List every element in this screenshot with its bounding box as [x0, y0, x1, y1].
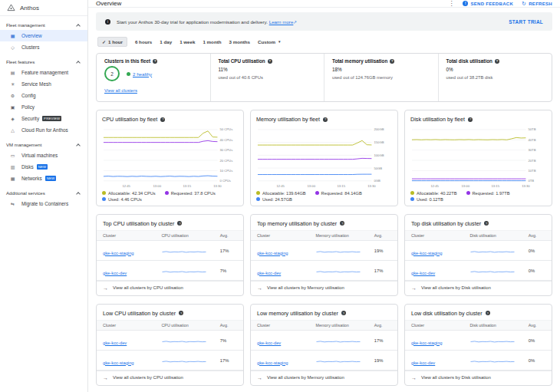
sidebar-item-security[interactable]: ◈ Security PREVIEW [0, 113, 87, 124]
sidebar-item-policy[interactable]: ▣ Policy [0, 101, 87, 113]
sidebar-item-config[interactable]: ⚙ Config [0, 90, 87, 101]
view-all-by-disk-link[interactable]: → View all clusters by Disk utilisation [405, 371, 552, 385]
used-legend-dot [102, 197, 106, 201]
cluster-link[interactable]: gke-kcc-dev [103, 271, 127, 275]
sidebar: Anthos Fleet management ▦ Overview ◇ Clu… [0, 0, 88, 392]
sidebar-item-overview[interactable]: ▦ Overview [0, 30, 87, 41]
section-fleet-features[interactable]: Fleet features [0, 53, 87, 67]
send-feedback-button[interactable]: ! SEND FEEDBACK [463, 1, 513, 6]
sidebar-header: Anthos [0, 0, 87, 16]
table-row: gke-kcc-dev 17% [251, 330, 397, 350]
col-header-cluster: Cluster [97, 230, 155, 240]
help-icon[interactable]: ? [323, 117, 328, 122]
help-icon[interactable]: ? [390, 59, 394, 64]
help-icon[interactable]: ? [341, 311, 346, 315]
section-vm-management[interactable]: VM management [0, 136, 87, 150]
refresh-button[interactable]: ↻ REFRESH [522, 1, 552, 7]
cluster-link[interactable]: gke-kcc-dev [411, 271, 435, 275]
dropdown-arrow-icon: ▼ [278, 40, 282, 44]
svg-text:12:45: 12:45 [276, 184, 285, 188]
cluster-link[interactable]: gke-kcc-staging [103, 251, 134, 255]
view-all-clusters-link[interactable]: View all clusters [104, 88, 137, 93]
cluster-link[interactable]: gke-kcc-staging [411, 251, 443, 255]
stat-cpu: Total CPU utilisation ? 11% used out of … [210, 54, 324, 101]
section-fleet-management[interactable]: Fleet management [0, 16, 87, 30]
help-icon[interactable]: ? [484, 221, 489, 226]
tab-6-hours[interactable]: 6 hours [135, 39, 152, 44]
cluster-link[interactable]: gke-kcc-dev [257, 341, 281, 345]
start-trial-button[interactable]: START TRIAL [509, 19, 543, 25]
time-range-filter: ✓ 1 hour 6 hours 1 day 1 week 1 month 3 … [97, 37, 551, 47]
svg-text:0 CPUs: 0 CPUs [219, 179, 231, 183]
utilisation-sparkline [469, 358, 516, 364]
legend-label: Requested: 37.8 CPUs [171, 191, 216, 196]
stat-label: Total disk utilisation [446, 58, 492, 64]
cluster-link[interactable]: gke-kcc-staging [103, 361, 134, 365]
help-icon[interactable]: ? [177, 221, 182, 226]
sidebar-item-virtual-machines[interactable]: ▭ Virtual machines [0, 150, 87, 161]
view-all-by-disk-link[interactable]: → View all clusters by Disk utilisation [405, 281, 552, 295]
help-icon[interactable]: ? [495, 59, 499, 64]
view-all-by-memory-link[interactable]: → View all clusters by Memory utilisatio… [251, 371, 397, 385]
arrow-right-icon: → [411, 285, 417, 291]
cluster-count-ring: 2 [104, 66, 120, 81]
top-utilisation-row: Top CPU utilisation by cluster? Cluster … [96, 214, 552, 296]
svg-text:20 CPUs: 20 CPUs [219, 159, 232, 163]
sidebar-item-label: Feature management [21, 70, 68, 75]
tab-1-hour[interactable]: ✓ 1 hour [97, 37, 127, 47]
healthy-clusters-link[interactable]: 2 healthy [133, 71, 152, 77]
preview-badge: PREVIEW [42, 116, 61, 121]
col-header-cluster: Cluster [251, 320, 309, 330]
svg-text:13:15: 13:15 [338, 184, 346, 188]
svg-text:12:45: 12:45 [430, 184, 439, 188]
col-header-cluster: Cluster [251, 230, 309, 240]
tab-custom[interactable]: Custom ▼ [258, 39, 282, 44]
sidebar-item-clusters[interactable]: ◇ Clusters [0, 41, 87, 53]
legend-label: Allocatable: 42.34 CPUs [108, 191, 156, 196]
help-icon[interactable]: ? [153, 59, 157, 64]
utilisation-sparkline [161, 358, 207, 364]
chevron-up-icon [76, 192, 81, 196]
cluster-link[interactable]: gke-kcc-dev [411, 361, 435, 365]
help-icon[interactable]: ? [268, 59, 272, 64]
table-row: gke-kcc-staging 17% [97, 240, 243, 260]
cluster-link[interactable]: gke-kcc-dev [257, 271, 281, 275]
view-all-by-memory-link[interactable]: → View all clusters by Memory utilisatio… [251, 281, 397, 295]
help-icon[interactable]: ? [486, 311, 490, 315]
utilisation-sparkline [161, 268, 207, 275]
help-icon[interactable]: ? [179, 311, 183, 315]
cluster-link[interactable]: gke-kcc-staging [257, 251, 288, 255]
info-icon: i [105, 19, 110, 25]
help-icon[interactable]: ? [340, 221, 344, 226]
svg-text:0GB: 0GB [374, 179, 380, 183]
help-icon[interactable]: ? [160, 117, 165, 122]
table-row: gke-kcc-staging 0% [405, 240, 552, 260]
chart-legend: Allocatable: 40.22TB Requested: 1.97TB U… [410, 191, 546, 202]
sidebar-item-networks[interactable]: ▦ Networks NEW [0, 173, 87, 184]
table-title: Top memory utilisation by cluster [257, 220, 337, 227]
learn-more-link[interactable]: Learn more [269, 19, 294, 25]
cluster-link[interactable]: gke-kcc-dev [103, 341, 127, 345]
sidebar-item-disks[interactable]: ▥ Disks NEW [0, 161, 87, 173]
section-additional-services[interactable]: Additional services [0, 184, 87, 198]
footer-label: View all clusters by Memory utilisation [267, 375, 344, 380]
view-all-by-cpu-link[interactable]: → View all clusters by CPU utilisation [97, 281, 243, 295]
tab-3-months[interactable]: 3 months [229, 39, 251, 44]
cluster-link[interactable]: gke-kcc-staging [411, 341, 443, 345]
tab-1-week[interactable]: 1 week [180, 39, 195, 44]
tab-1-month[interactable]: 1 month [203, 39, 221, 44]
sidebar-item-cloud-run-for-anthos[interactable]: △ Cloud Run for Anthos [0, 124, 87, 136]
sidebar-item-feature-management[interactable]: ▤ Feature management [0, 67, 87, 78]
more-options-icon[interactable]: ⋮ [448, 0, 454, 7]
view-all-by-cpu-link[interactable]: → View all clusters by CPU utilisation [97, 371, 243, 385]
chevron-up-icon [76, 61, 81, 65]
tab-1-day[interactable]: 1 day [160, 39, 172, 44]
sidebar-item-migrate-to-containers[interactable]: ⇆ Migrate to Containers [0, 198, 87, 209]
svg-text:150GB: 150GB [374, 140, 384, 144]
section-label: Fleet management [6, 22, 45, 28]
networks-icon: ▦ [9, 176, 16, 181]
sidebar-item-service-mesh[interactable]: ✳ Service Mesh [0, 78, 87, 90]
help-icon[interactable]: ? [468, 117, 473, 122]
cluster-link[interactable]: gke-kcc-staging [257, 361, 288, 365]
top-memory-table-card: Top memory utilisation by cluster? Clust… [250, 214, 398, 296]
